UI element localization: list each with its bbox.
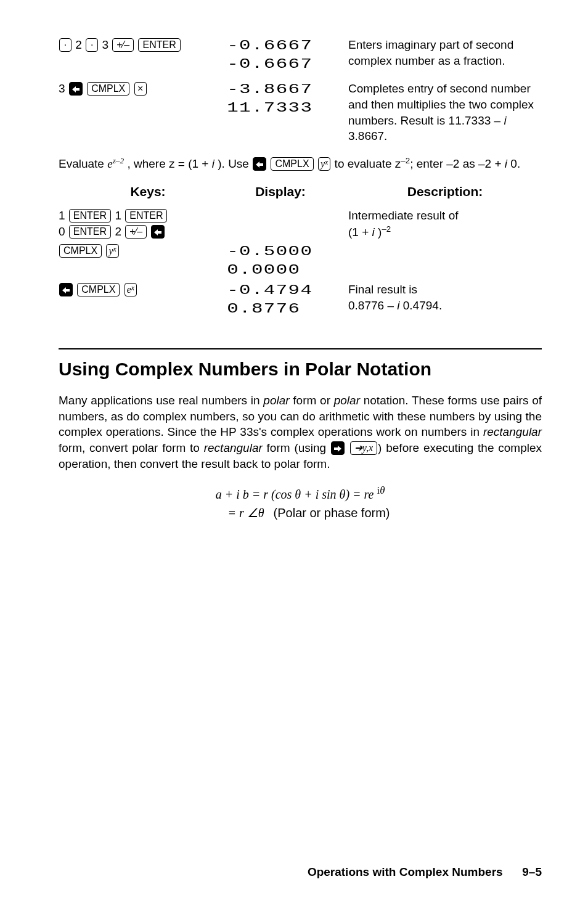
equation-line2: = r ∠θ (Polar or phase form) xyxy=(59,504,542,522)
desc-text: 3.8667. xyxy=(348,129,387,142)
ex-key: ex xyxy=(125,283,137,296)
body-paragraph: Many applications use real numbers in po… xyxy=(59,393,542,472)
left-shift-key xyxy=(253,157,266,171)
right-arrow-icon xyxy=(333,445,342,452)
text: Many applications use real numbers in xyxy=(59,394,263,407)
text-three: 3 xyxy=(102,38,108,51)
evaluate-paragraph: Evaluate ez–2 , where z = (1 + i ). Use … xyxy=(59,155,542,172)
equation-line1: a + i b = r (cos θ + i sin θ) = re iθ xyxy=(59,483,542,504)
text: form, convert polar form to xyxy=(59,441,204,454)
text: 0. xyxy=(507,157,520,170)
table-row: CMPLX ex -0.4794 0.8776 Final result is … xyxy=(59,282,542,318)
display-cell: -0.5000 0.0000 xyxy=(227,243,348,279)
description-cell: Completes entry of second number and the… xyxy=(324,81,542,144)
left-arrow-icon xyxy=(153,229,162,236)
table-row: CMPLX yx -0.5000 0.0000 xyxy=(59,243,542,279)
rect: rectangular xyxy=(204,441,263,454)
equation-block: a + i b = r (cos θ + i sin θ) = re iθ = … xyxy=(59,483,542,522)
keys-cell: 1 ENTER 1 ENTER 0 ENTER 2 +∕– xyxy=(59,208,237,239)
yx-key: yx xyxy=(106,244,118,258)
description-cell: Intermediate result of (1 + i )–2 xyxy=(324,208,542,240)
text-one: 1 xyxy=(115,209,121,222)
table-row: · 2 · 3 +∕– ENTER -0.6667 -0.6667 Enters… xyxy=(59,37,542,73)
keys-cell: CMPLX ex xyxy=(59,282,237,298)
text: ). Use xyxy=(214,157,252,170)
text-one: 1 xyxy=(59,209,65,222)
rect: rectangular xyxy=(483,425,542,438)
table-row: 1 ENTER 1 ENTER 0 ENTER 2 +∕– Intermedia… xyxy=(59,208,542,240)
yx-key: yx xyxy=(318,157,330,171)
text-zero: 0 xyxy=(59,225,65,238)
toyx-key: ➔y,x xyxy=(350,441,377,455)
desc-text: Final result is xyxy=(348,283,417,296)
text: , where z = (1 + xyxy=(124,157,212,170)
left-shift-key xyxy=(69,82,83,96)
description-cell: Enters imaginary part of second complex … xyxy=(324,37,542,68)
keys-cell: CMPLX yx xyxy=(59,243,237,259)
plusminus-key: +∕– xyxy=(112,38,134,52)
table-header: Keys: Display: Description: xyxy=(59,183,542,200)
text-two: 2 xyxy=(115,225,121,238)
left-arrow-icon xyxy=(71,86,80,93)
text-two: 2 xyxy=(75,38,82,51)
desc-text: 0.8776 – xyxy=(348,299,397,312)
exp: –2 xyxy=(401,156,410,165)
header-display: Display: xyxy=(237,183,324,200)
desc-i: i xyxy=(504,114,506,127)
text: ; enter –2 as –2 + xyxy=(410,157,505,170)
enter-key: ENTER xyxy=(125,209,167,223)
left-arrow-icon xyxy=(255,161,264,168)
cmplx-key: CMPLX xyxy=(77,283,120,296)
x: x xyxy=(325,158,328,166)
display-cell: -3.8667 11.7333 xyxy=(227,81,348,117)
right-shift-key xyxy=(331,441,345,455)
enter-key: ENTER xyxy=(69,225,111,239)
section-heading: Using Complex Numbers in Polar Notation xyxy=(59,348,542,382)
times-key: × xyxy=(134,82,147,96)
cmplx-key: CMPLX xyxy=(271,157,313,171)
cmplx-key: CMPLX xyxy=(59,244,102,258)
x: x xyxy=(131,284,134,292)
left-shift-key xyxy=(151,225,165,239)
e-expr: ez–2 xyxy=(107,157,124,170)
x: x xyxy=(113,245,116,253)
cmplx-key: CMPLX xyxy=(87,82,129,96)
e: e xyxy=(107,157,112,170)
text: Evaluate xyxy=(59,157,107,170)
e: e xyxy=(127,284,131,295)
dot-key: · xyxy=(59,38,71,52)
text: form (using xyxy=(263,441,330,454)
text-three: 3 xyxy=(59,82,65,95)
left-arrow-icon xyxy=(62,287,70,294)
description-cell: Final result is 0.8776 – i 0.4794. xyxy=(324,282,542,313)
table-row: 3 CMPLX × -3.8667 11.7333 Completes entr… xyxy=(59,81,542,144)
desc-text: Intermediate result of xyxy=(348,209,458,222)
enter-key: ENTER xyxy=(69,209,111,223)
plusminus-key: +∕– xyxy=(125,225,147,239)
left-shift-key xyxy=(59,283,73,296)
keys-cell: 3 CMPLX × xyxy=(59,81,237,97)
exp: z–2 xyxy=(113,156,124,165)
enter-key: ENTER xyxy=(138,38,180,52)
polar: polar xyxy=(263,394,289,407)
desc-text: 0.4794. xyxy=(399,299,442,312)
keys-cell: · 2 · 3 +∕– ENTER xyxy=(59,37,237,53)
display-cell: -0.6667 -0.6667 xyxy=(227,37,348,73)
polar: polar xyxy=(334,394,360,407)
y: y xyxy=(321,158,325,169)
dot-key: · xyxy=(86,38,98,52)
text: form or xyxy=(290,394,334,407)
desc-expr: (1 + i )–2 xyxy=(348,226,391,239)
header-keys: Keys: xyxy=(59,183,237,200)
header-description: Description: xyxy=(324,183,542,200)
text: to evaluate z xyxy=(335,157,401,170)
y: y xyxy=(108,245,113,256)
display-cell: -0.4794 0.8776 xyxy=(227,282,348,318)
